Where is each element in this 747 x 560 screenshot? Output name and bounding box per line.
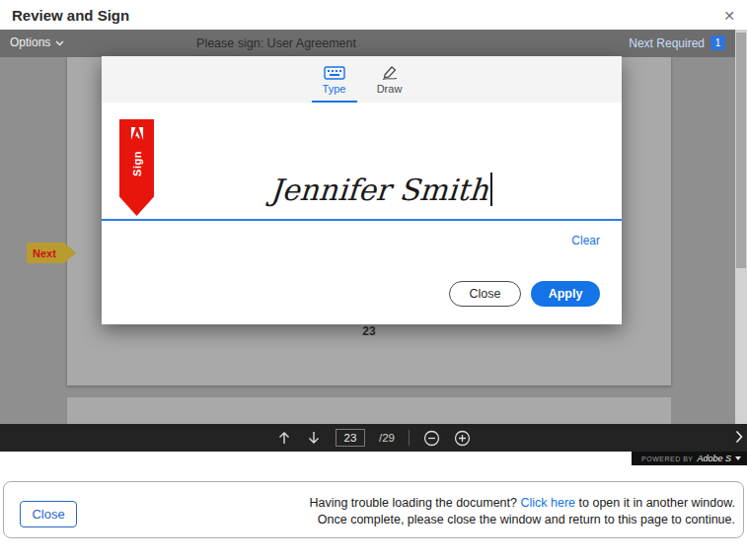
sign-toolbar: Options Please sign: User Agreement Next… — [0, 30, 747, 57]
vertical-scrollbar[interactable] — [735, 30, 747, 424]
tab-draw-label: Draw — [377, 83, 403, 95]
keyboard-icon — [324, 64, 345, 80]
toolbar-divider — [409, 430, 410, 446]
document-next-page — [67, 397, 671, 424]
zoom-in-icon[interactable] — [454, 430, 471, 447]
tab-type-label: Type — [323, 83, 346, 95]
signature-dialog: Type Draw Sign Jennifer Smith Clear Clos… — [102, 56, 622, 324]
next-required-count-badge: 1 — [710, 35, 725, 50]
adobe-sign-ribbon: Sign — [119, 119, 154, 216]
page-number-label: 23 — [67, 324, 671, 338]
clear-signature-link[interactable]: Clear — [571, 234, 600, 247]
help-intro: Having trouble loading the document? — [309, 496, 517, 510]
signature-value: Jennifer Smith — [269, 173, 489, 207]
scrollbar-thumb[interactable] — [736, 33, 746, 268]
help-line2: Once complete, please close the window a… — [318, 513, 735, 526]
footer-panel: Close Having trouble loading the documen… — [0, 465, 747, 560]
previous-page-button[interactable] — [276, 430, 292, 446]
apply-button[interactable]: Apply — [531, 281, 600, 307]
pdf-toolbar: 23 /29 — [0, 424, 747, 452]
title-bar: Review and Sign ✕ — [0, 0, 747, 30]
next-page-button[interactable] — [306, 430, 322, 446]
text-cursor — [490, 173, 492, 206]
tab-type[interactable]: Type — [312, 64, 357, 103]
pdf-controls: 23 /29 — [0, 424, 747, 452]
ribbon-sign-label: Sign — [131, 151, 143, 176]
next-field-arrow-label: Next — [27, 247, 56, 259]
signature-input[interactable]: Jennifer Smith — [161, 173, 602, 218]
click-here-link[interactable]: Click here — [520, 496, 575, 510]
current-page-input[interactable]: 23 — [336, 429, 365, 447]
powered-by-badge: POWERED BY Adobe S — [632, 452, 747, 465]
adobe-brand-label: Adobe S — [697, 454, 731, 463]
review-and-sign-window: Review and Sign ✕ Options Please sign: U… — [0, 0, 747, 560]
tab-draw[interactable]: Draw — [367, 64, 412, 103]
window-title: Review and Sign — [12, 7, 129, 24]
adobe-logo-icon — [130, 126, 144, 144]
signature-tabs: Type Draw — [102, 56, 622, 103]
caret-down-icon — [735, 456, 741, 460]
document-sign-prompt: Please sign: User Agreement — [0, 36, 553, 50]
next-required-label: Next Required — [629, 36, 705, 50]
next-required-button[interactable]: Next Required 1 — [629, 35, 725, 50]
zoom-out-icon[interactable] — [423, 430, 440, 447]
help-rest: to open it in another window. — [579, 496, 735, 510]
expand-toolbar-icon[interactable] — [735, 430, 743, 448]
footer-close-button[interactable]: Close — [20, 501, 77, 527]
pen-icon — [381, 64, 399, 80]
close-icon[interactable]: ✕ — [719, 6, 739, 26]
page-total-label: /29 — [379, 432, 395, 444]
powered-by-label: POWERED BY — [641, 455, 693, 462]
help-text: Having trouble loading the document? Cli… — [261, 495, 735, 528]
dialog-close-button[interactable]: Close — [449, 281, 521, 307]
signature-baseline — [102, 219, 622, 221]
